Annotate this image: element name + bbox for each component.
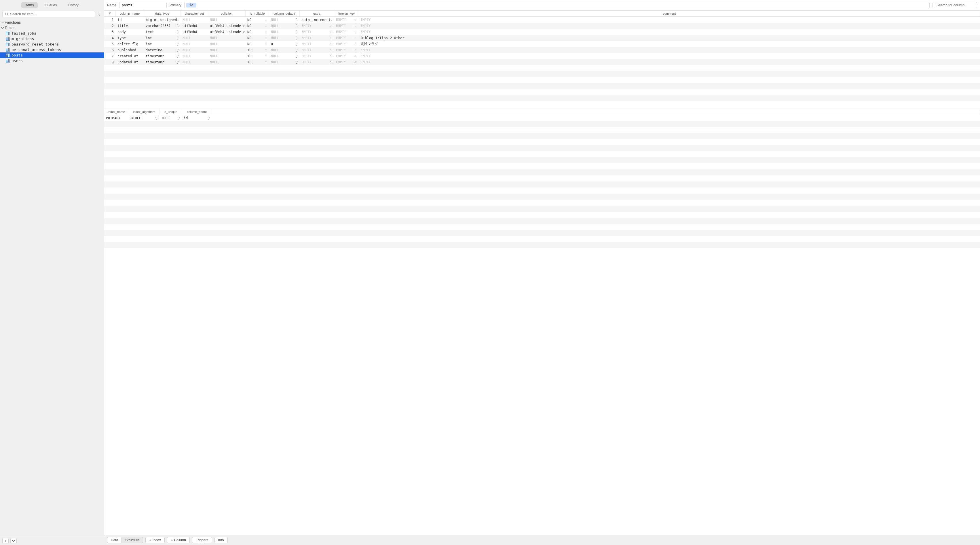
cell-type[interactable]: int xyxy=(144,35,181,41)
cell-type[interactable]: timestamp xyxy=(144,53,181,59)
cell-fk[interactable]: EMPTY xyxy=(334,35,359,41)
filter-icon[interactable] xyxy=(97,12,102,16)
cell-default[interactable]: NULL xyxy=(269,35,300,41)
index-row[interactable]: PRIMARYBTREETRUEid xyxy=(104,115,980,121)
cell-default[interactable]: NULL xyxy=(269,23,300,29)
sidebar-search[interactable] xyxy=(2,11,95,17)
cell-name[interactable]: title xyxy=(116,23,144,29)
more-button[interactable] xyxy=(10,538,17,544)
cell-comment[interactable]: EMPTY xyxy=(359,47,980,53)
cell-fk[interactable]: EMPTY xyxy=(334,29,359,35)
cell-collation[interactable]: utf8mb4_unicode_ci xyxy=(208,29,246,35)
column-row[interactable]: 3bodytextutf8mb4utf8mb4_unicode_ciNONULL… xyxy=(104,29,980,35)
column-search-input[interactable] xyxy=(937,3,980,7)
sidebar-item-personal_access_tokens[interactable]: personal_access_tokens xyxy=(0,47,104,53)
cell-comment[interactable]: EMPTY xyxy=(359,17,980,23)
column-row[interactable]: 1idbigint unsignedNULLNULLNONULLauto_inc… xyxy=(104,17,980,23)
cell-name[interactable]: created_at xyxy=(116,53,144,59)
col-header-idx[interactable]: # xyxy=(104,11,116,16)
cell-collation[interactable]: NULL xyxy=(208,47,246,53)
cell-charset[interactable]: NULL xyxy=(181,47,208,53)
cell-type[interactable]: varchar(255) xyxy=(144,23,181,29)
cell-extra[interactable]: EMPTY xyxy=(300,29,334,35)
cell-idx-col[interactable]: id xyxy=(182,115,212,121)
cell-default[interactable]: NULL xyxy=(269,47,300,53)
cell-default[interactable]: NULL xyxy=(269,59,300,65)
cell-name[interactable]: id xyxy=(116,17,144,23)
cell-charset[interactable]: NULL xyxy=(181,17,208,23)
cell-nullable[interactable]: YES xyxy=(246,47,269,53)
primary-key-tag[interactable]: id xyxy=(186,3,196,8)
cell-nullable[interactable]: YES xyxy=(246,59,269,65)
cell-comment[interactable]: 0:blog 1:Tips 2:Other xyxy=(359,35,980,41)
cell-charset[interactable]: NULL xyxy=(181,59,208,65)
cell-charset[interactable]: NULL xyxy=(181,53,208,59)
cell-collation[interactable]: NULL xyxy=(208,17,246,23)
cell-extra[interactable]: auto_increment xyxy=(300,17,334,23)
cell-charset[interactable]: utf8mb4 xyxy=(181,29,208,35)
cell-charset[interactable]: utf8mb4 xyxy=(181,23,208,29)
col-header-extra[interactable]: extra xyxy=(300,11,334,16)
col-header-fk[interactable]: foreign_key xyxy=(334,11,359,16)
cell-name[interactable]: delete_flg xyxy=(116,41,144,47)
idx-header-algo[interactable]: index_algorithm xyxy=(129,109,159,115)
cell-comment[interactable]: EMPTY xyxy=(359,59,980,65)
sidebar-item-users[interactable]: users xyxy=(0,58,104,64)
cell-nullable[interactable]: NO xyxy=(246,29,269,35)
tree-group-functions[interactable]: Functions xyxy=(0,19,104,25)
col-header-type[interactable]: data_type xyxy=(144,11,181,16)
column-search[interactable] xyxy=(932,2,977,8)
column-row[interactable]: 5delete_flgintNULLNULLNO0EMPTYEMPTY削除フラグ xyxy=(104,41,980,47)
cell-extra[interactable]: EMPTY xyxy=(300,23,334,29)
cell-comment[interactable]: EMPTY xyxy=(359,23,980,29)
cell-type[interactable]: timestamp xyxy=(144,59,181,65)
idx-header-unique[interactable]: is_unique xyxy=(159,109,182,115)
cell-extra[interactable]: EMPTY xyxy=(300,59,334,65)
add-index-button[interactable]: +Index xyxy=(145,537,165,543)
cell-fk[interactable]: EMPTY xyxy=(334,23,359,29)
tab-items[interactable]: Items xyxy=(21,2,38,8)
cell-fk[interactable]: EMPTY xyxy=(334,53,359,59)
cell-extra[interactable]: EMPTY xyxy=(300,35,334,41)
cell-charset[interactable]: NULL xyxy=(181,35,208,41)
cell-nullable[interactable]: NO xyxy=(246,41,269,47)
cell-collation[interactable]: NULL xyxy=(208,41,246,47)
column-row[interactable]: 8updated_attimestampNULLNULLYESNULLEMPTY… xyxy=(104,59,980,65)
cell-nullable[interactable]: YES xyxy=(246,53,269,59)
cell-idx-unique[interactable]: TRUE xyxy=(159,115,182,121)
cell-type[interactable]: bigint unsigned xyxy=(144,17,181,23)
idx-header-name[interactable]: index_name xyxy=(104,109,129,115)
cell-fk[interactable]: EMPTY xyxy=(334,41,359,47)
cell-extra[interactable]: EMPTY xyxy=(300,47,334,53)
cell-fk[interactable]: EMPTY xyxy=(334,47,359,53)
cell-name[interactable]: body xyxy=(116,29,144,35)
cell-comment[interactable]: EMPTY xyxy=(359,53,980,59)
sidebar-item-password_reset_tokens[interactable]: password_reset_tokens xyxy=(0,41,104,47)
cell-name[interactable]: type xyxy=(116,35,144,41)
cell-idx-algo[interactable]: BTREE xyxy=(129,115,159,121)
cell-nullable[interactable]: NO xyxy=(246,23,269,29)
info-button[interactable]: Info xyxy=(215,537,228,543)
structure-tab-button[interactable]: Structure xyxy=(121,537,143,543)
cell-extra[interactable]: EMPTY xyxy=(300,41,334,47)
cell-comment[interactable]: 削除フラグ xyxy=(359,41,980,47)
cell-nullable[interactable]: NO xyxy=(246,17,269,23)
cell-type[interactable]: datetime xyxy=(144,47,181,53)
cell-default[interactable]: NULL xyxy=(269,53,300,59)
col-header-charset[interactable]: character_set xyxy=(181,11,208,16)
cell-default[interactable]: NULL xyxy=(269,29,300,35)
cell-type[interactable]: text xyxy=(144,29,181,35)
tree-group-tables[interactable]: Tables xyxy=(0,25,104,30)
cell-name[interactable]: published xyxy=(116,47,144,53)
data-tab-button[interactable]: Data xyxy=(107,537,121,543)
idx-header-col[interactable]: column_name xyxy=(182,109,212,115)
sidebar-item-posts[interactable]: posts xyxy=(0,53,104,58)
add-column-button[interactable]: +Column xyxy=(167,537,190,543)
cell-fk[interactable]: EMPTY xyxy=(334,17,359,23)
sidebar-search-input[interactable] xyxy=(10,12,93,16)
column-row[interactable]: 4typeintNULLNULLNONULLEMPTYEMPTY0:blog 1… xyxy=(104,35,980,41)
cell-collation[interactable]: NULL xyxy=(208,35,246,41)
cell-collation[interactable]: NULL xyxy=(208,59,246,65)
column-row[interactable]: 2titlevarchar(255)utf8mb4utf8mb4_unicode… xyxy=(104,23,980,29)
cell-comment[interactable]: EMPTY xyxy=(359,29,980,35)
